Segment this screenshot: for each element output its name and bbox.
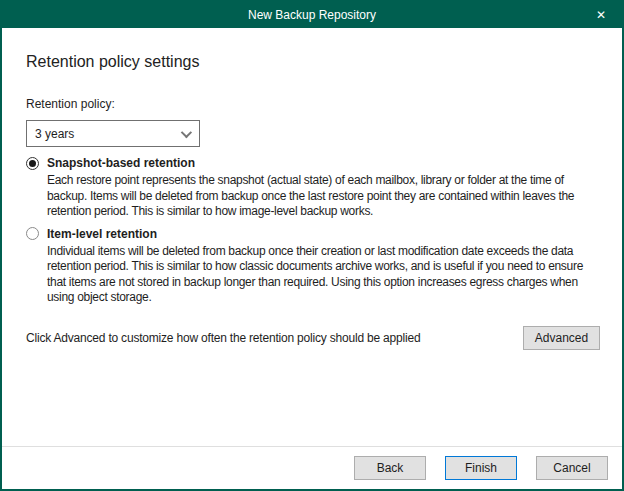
radio-unselected-icon[interactable] <box>26 227 39 240</box>
dialog-footer: Back Finish Cancel <box>2 446 622 489</box>
radio-selected-icon[interactable] <box>26 157 39 170</box>
option-title: Snapshot-based retention <box>47 156 195 170</box>
back-button[interactable]: Back <box>354 456 426 480</box>
retention-policy-selected-value: 3 years <box>35 127 74 141</box>
retention-mode-radio-group: Snapshot-based retention Each restore po… <box>26 156 600 306</box>
window-title: New Backup Repository <box>248 8 376 22</box>
option-snapshot-based-retention: Snapshot-based retention Each restore po… <box>26 156 600 220</box>
radio-snapshot-based-retention[interactable]: Snapshot-based retention <box>26 156 600 170</box>
retention-policy-label: Retention policy: <box>26 97 600 111</box>
option-description: Individual items will be deleted from ba… <box>47 244 599 306</box>
radio-item-level-retention[interactable]: Item-level retention <box>26 227 600 241</box>
advanced-hint: Click Advanced to customize how often th… <box>26 331 420 345</box>
advanced-button[interactable]: Advanced <box>523 326 600 350</box>
close-icon[interactable]: ✕ <box>596 9 606 21</box>
advanced-row: Click Advanced to customize how often th… <box>26 326 600 350</box>
dialog-content: Retention policy settings Retention poli… <box>2 28 622 446</box>
option-item-level-retention: Item-level retention Individual items wi… <box>26 227 600 306</box>
retention-policy-field: Retention policy: 3 years <box>26 97 600 147</box>
page-title: Retention policy settings <box>26 53 600 71</box>
retention-policy-select[interactable]: 3 years <box>26 120 200 147</box>
chevron-down-icon <box>181 126 192 137</box>
option-title: Item-level retention <box>47 227 157 241</box>
finish-button[interactable]: Finish <box>445 456 517 480</box>
new-backup-repository-dialog: New Backup Repository ✕ Retention policy… <box>0 0 624 491</box>
cancel-button[interactable]: Cancel <box>536 456 608 480</box>
option-description: Each restore point represents the snapsh… <box>47 173 599 220</box>
titlebar: New Backup Repository ✕ <box>2 2 622 28</box>
